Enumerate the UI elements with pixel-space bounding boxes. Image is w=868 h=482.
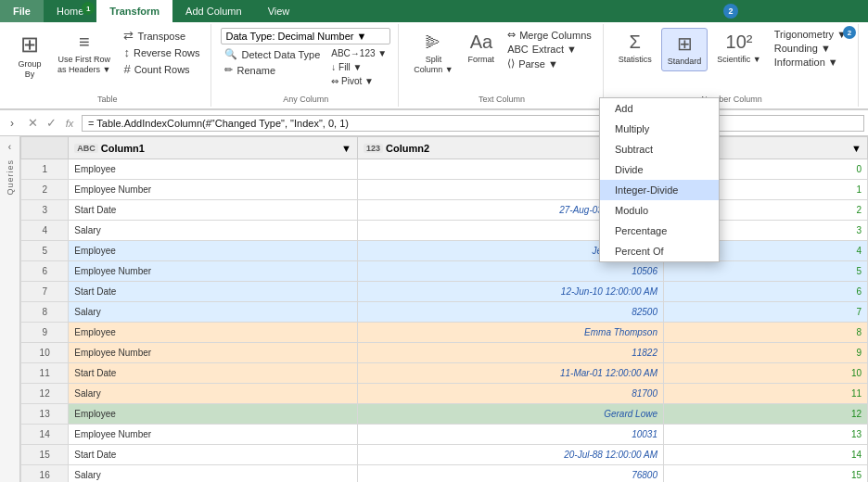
table-row[interactable]: 6 Employee Number 10506 5 — [21, 261, 868, 282]
replace-values-button[interactable]: ABC→123 ▼ — [327, 47, 390, 59]
standard-dropdown-menu: AddMultiplySubtractDivideInteger-DivideM… — [599, 97, 720, 262]
dropdown-item-percent-of[interactable]: Percent Of — [600, 241, 719, 261]
table-row[interactable]: 5 Employee Jeannette Miller 4 — [21, 241, 868, 261]
format-button[interactable]: Aa Format — [463, 28, 501, 69]
data-type-dropdown[interactable]: Data Type: Decimal Number ▼ — [221, 28, 390, 44]
group-by-button[interactable]: ⊞ GroupBy — [11, 28, 48, 83]
col2-cell: 76800 — [357, 465, 663, 483]
row-num-cell: 13 — [21, 404, 69, 425]
extract-button[interactable]: ABC Extract ▼ — [504, 43, 581, 56]
rounding-button[interactable]: Rounding ▼ — [771, 42, 835, 55]
col1-cell: Start Date — [69, 282, 358, 302]
table-row[interactable]: 15 Start Date 20-Jul-88 12:00:00 AM 14 — [21, 445, 868, 465]
count-rows-icon: # — [123, 62, 130, 76]
table-row[interactable]: 2 Employee Number 10584 1 — [21, 180, 868, 200]
row-num-cell: 3 — [21, 200, 69, 221]
extract-icon: ABC — [507, 44, 529, 55]
reverse-rows-button[interactable]: ↕ Reverse Rows — [120, 44, 203, 60]
rename-button[interactable]: ✏ Rename — [221, 63, 324, 77]
table-body: 1 Employee Julia Vargas 0 2 Employee Num… — [21, 159, 868, 483]
row-num-cell: 8 — [21, 302, 69, 323]
parse-button[interactable]: ⟨⟩ Parse ▼ — [504, 57, 562, 70]
information-button[interactable]: Information ▼ — [771, 56, 842, 69]
table-row[interactable]: 3 Start Date 27-Aug-03 12:00:00 AM 2 — [21, 200, 868, 221]
table-row[interactable]: 13 Employee Gerard Lowe 12 — [21, 404, 868, 425]
pivot-button[interactable]: ⇔ Pivot ▼ — [327, 75, 390, 87]
col-header-col1[interactable]: ABC Column1 ▼ — [69, 137, 358, 159]
any-column-content: Data Type: Decimal Number ▼ 🔍 Detect Dat… — [221, 28, 390, 103]
table-row[interactable]: 9 Employee Emma Thompson 8 — [21, 323, 868, 343]
group-table-content: ⊞ GroupBy ≡ Use First Rowas Headers ▼ ⇄ … — [11, 28, 203, 103]
trigonometry-button[interactable]: Trigonometry ▼ — [771, 28, 850, 41]
table-row[interactable]: 12 Salary 81700 11 — [21, 384, 868, 404]
table-row[interactable]: 4 Salary 77000 3 — [21, 221, 868, 241]
formula-cancel-btn[interactable]: ✕ — [24, 115, 41, 132]
col2-cell: 10506 — [357, 261, 663, 282]
sidebar-toggle[interactable]: ‹ — [8, 142, 11, 152]
col1-cell: Start Date — [69, 200, 358, 221]
table-row[interactable]: 14 Employee Number 10031 13 — [21, 425, 868, 445]
row-num-cell: 11 — [21, 363, 69, 384]
dropdown-item-multiply[interactable]: Multiply — [600, 119, 719, 139]
table-row[interactable]: 7 Start Date 12-Jun-10 12:00:00 AM 6 — [21, 282, 868, 302]
scientific-button[interactable]: 10² Scientific ▼ — [711, 28, 766, 69]
scientific-label: Scientific ▼ — [717, 55, 760, 65]
col1-cell: Start Date — [69, 363, 358, 384]
row-num-cell: 1 — [21, 159, 69, 180]
col1-filter[interactable]: ▼ — [341, 143, 351, 154]
split-label: SplitColumn ▼ — [414, 55, 453, 75]
use-first-row-button[interactable]: ≡ Use First Rowas Headers ▼ — [52, 28, 116, 79]
dropdown-item-percentage[interactable]: Percentage — [600, 221, 719, 241]
count-rows-button[interactable]: # Count Rows — [120, 61, 193, 77]
statistics-button[interactable]: Σ Statistics — [613, 28, 657, 69]
col3-cell: 14 — [663, 445, 867, 465]
data-table: ABC Column1 ▼ 123 Column2 ▼ — [20, 136, 868, 482]
dropdown-item-subtract[interactable]: Subtract — [600, 139, 719, 159]
dropdown-item-integer-divide[interactable]: Integer-Divide — [600, 180, 719, 200]
col2-cell: Gerard Lowe — [357, 404, 663, 425]
detect-data-type-button[interactable]: 🔍 Detect Data Type — [221, 47, 324, 61]
ribbon-tab-bar: File Home 1 Transform Add Column View 2 — [0, 0, 868, 22]
format-label: Format — [468, 55, 495, 65]
table-row[interactable]: 1 Employee Julia Vargas 0 — [21, 159, 868, 180]
transpose-icon: ⇄ — [123, 29, 134, 43]
col3-cell: 9 — [663, 343, 867, 363]
col-header-rownum — [21, 137, 69, 159]
merge-columns-button[interactable]: ⇔ Merge Columns — [504, 28, 595, 42]
table-row[interactable]: 10 Employee Number 11822 9 — [21, 343, 868, 363]
fill-button[interactable]: ↓ Fill ▼ — [327, 61, 390, 73]
split-column-button[interactable]: ⫸ SplitColumn ▼ — [408, 28, 458, 79]
statistics-label: Statistics — [619, 55, 652, 65]
formula-fx-btn[interactable]: fx — [61, 115, 78, 132]
tab-file[interactable]: File — [0, 0, 44, 22]
table-row[interactable]: 16 Salary 76800 15 — [21, 465, 868, 483]
col3-cell: 6 — [663, 282, 867, 302]
table-row[interactable]: 11 Start Date 11-Mar-01 12:00:00 AM 10 — [21, 363, 868, 384]
transpose-button[interactable]: ⇄ Transpose — [120, 28, 189, 44]
col3-cell: 8 — [663, 323, 867, 343]
formula-nav-arrow[interactable]: › — [4, 115, 20, 132]
col1-cell: Employee Number — [69, 180, 358, 200]
standard-button[interactable]: ⊞ Standard 2 — [661, 28, 708, 71]
col1-cell: Start Date — [69, 445, 358, 465]
col1-cell: Employee — [69, 159, 358, 180]
formula-input[interactable] — [82, 115, 864, 132]
tab-view[interactable]: View — [255, 0, 303, 22]
tab-add-column[interactable]: Add Column — [172, 0, 255, 22]
dropdown-item-divide[interactable]: Divide — [600, 159, 719, 180]
parse-label: Parse ▼ — [518, 58, 558, 70]
dropdown-item-modulo[interactable]: Modulo — [600, 200, 719, 221]
text-column-content: ⫸ SplitColumn ▼ Aa Format ⇔ Merge Column… — [408, 28, 595, 103]
col1-cell: Employee Number — [69, 425, 358, 445]
dropdown-item-add[interactable]: Add — [600, 98, 719, 119]
extract-label: Extract ▼ — [532, 44, 577, 55]
table-row[interactable]: 8 Salary 82500 7 — [21, 302, 868, 323]
tab-transform[interactable]: Transform — [96, 0, 172, 22]
row-num-cell: 4 — [21, 221, 69, 241]
formula-confirm-btn[interactable]: ✓ — [43, 115, 59, 132]
table-small-btns: ⇄ Transpose ↕ Reverse Rows # Count Rows — [120, 28, 203, 90]
col3-filter[interactable]: ▼ — [851, 143, 862, 154]
first-row-label: Use First Rowas Headers ▼ — [57, 55, 110, 75]
badge-1: 1 — [82, 2, 95, 15]
tab-home[interactable]: Home 1 — [44, 0, 96, 22]
